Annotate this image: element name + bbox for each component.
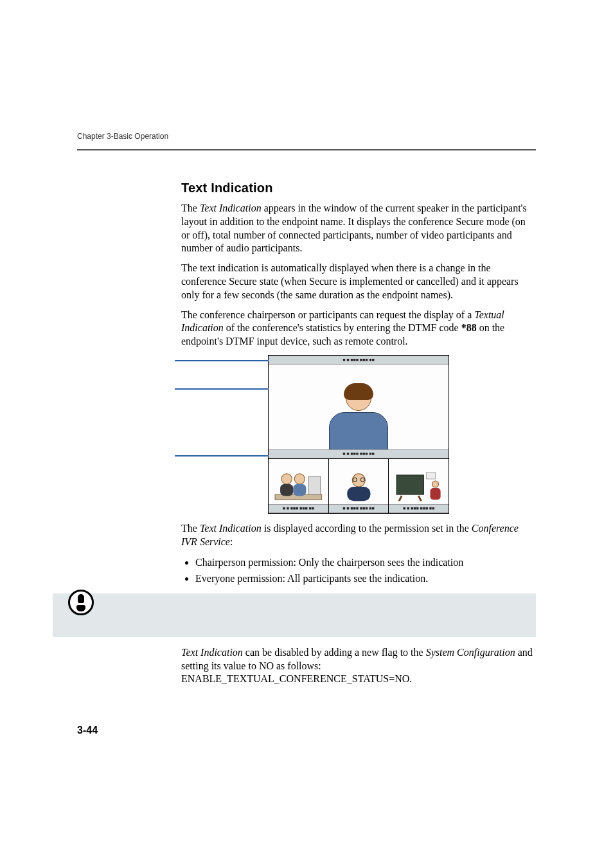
svg-line-12 — [419, 496, 422, 501]
svg-point-6 — [352, 474, 365, 487]
figure-small-pane-3: ■ ■ ■■■ ■■■ ■■ — [389, 459, 449, 513]
paragraph-1: The Text Indication appears in the windo… — [181, 202, 536, 255]
figure-small-row: ■ ■ ■■■ ■■■ ■■ — [269, 459, 449, 513]
arrow-leader-1 — [175, 360, 275, 361]
bullet-list: Chairperson permission: Only the chairpe… — [181, 556, 536, 586]
figure-person-large — [329, 385, 388, 458]
emphasis: Text Indication — [200, 523, 262, 534]
figure-text-bar-bottom: ■ ■ ■■■ ■■■ ■■ — [269, 449, 449, 458]
figure-small-bar: ■ ■ ■■■ ■■■ ■■ — [389, 504, 449, 513]
figure-text-bar-top: ■ ■ ■■■ ■■■ ■■ — [269, 356, 449, 365]
emphasis: Text Indication — [181, 647, 243, 658]
svg-point-2 — [294, 474, 305, 484]
page-number: 3-44 — [77, 725, 98, 736]
header-rule — [77, 149, 536, 150]
text: of the conference's statistics by enteri… — [224, 322, 461, 333]
list-item: Chairperson permission: Only the chairpe… — [195, 556, 536, 570]
text: The — [181, 203, 200, 213]
svg-rect-10 — [396, 475, 423, 494]
figure-small-bar: ■ ■ ■■■ ■■■ ■■ — [269, 504, 328, 513]
svg-rect-3 — [280, 484, 293, 496]
paragraph-4: The Text Indication is displayed accordi… — [181, 522, 536, 549]
text: : — [230, 536, 233, 547]
text: The — [181, 523, 200, 534]
list-item: Everyone permission: All participants se… — [195, 572, 536, 586]
figure-main-pane: ■ ■ ■■■ ■■■ ■■ ■ ■ ■■■ ■■■ ■■ — [269, 356, 449, 459]
section-heading: Text Indication — [181, 181, 536, 195]
paragraph-2: The text indication is automatically dis… — [181, 262, 536, 302]
svg-point-1 — [281, 474, 292, 484]
note-band — [53, 593, 536, 637]
svg-rect-4 — [293, 484, 306, 496]
mini-illustration-1 — [272, 467, 324, 505]
svg-line-11 — [399, 496, 402, 501]
text: The conference chairperson or participan… — [181, 309, 474, 320]
running-head: Chapter 3-Basic Operation — [77, 132, 168, 141]
figure-wrap: ■ ■ ■■■ ■■■ ■■ ■ ■ ■■■ ■■■ ■■ ■ ■ ■■■ ■■… — [181, 355, 536, 516]
figure-region: ■ ■ ■■■ ■■■ ■■ ■ ■ ■■■ ■■■ ■■ ■ ■ ■■■ ■■… — [181, 355, 536, 516]
mini-illustration-2 — [333, 467, 385, 505]
figure-small-bar: ■ ■ ■■■ ■■■ ■■ — [329, 504, 389, 513]
svg-rect-15 — [431, 488, 441, 500]
emphasis: System Configuration — [426, 647, 515, 658]
arrow-leader-3 — [175, 455, 275, 457]
svg-point-14 — [432, 481, 439, 487]
mini-illustration-3 — [393, 467, 445, 505]
content-column: Text Indication The Text Indication appe… — [181, 132, 536, 686]
page: Chapter 3-Basic Operation Text Indicatio… — [0, 0, 613, 868]
paragraph-3: The conference chairperson or participan… — [181, 309, 536, 348]
emphasis: Text Indication — [200, 203, 262, 213]
figure: ■ ■ ■■■ ■■■ ■■ ■ ■ ■■■ ■■■ ■■ ■ ■ ■■■ ■■… — [268, 355, 449, 514]
arrow-leader-2 — [175, 388, 275, 390]
text: is displayed according to the permission… — [262, 523, 472, 534]
svg-rect-13 — [427, 473, 436, 479]
text: can be disabled by adding a new flag to … — [243, 647, 426, 658]
note-icon — [68, 590, 94, 615]
bold: *88 — [461, 322, 477, 333]
svg-rect-5 — [308, 476, 320, 494]
figure-small-pane-2: ■ ■ ■■■ ■■■ ■■ — [329, 459, 389, 513]
figure-small-pane-1: ■ ■ ■■■ ■■■ ■■ — [269, 459, 329, 513]
paragraph-5: Text Indication can be disabled by addin… — [181, 646, 536, 686]
svg-rect-9 — [347, 487, 370, 501]
